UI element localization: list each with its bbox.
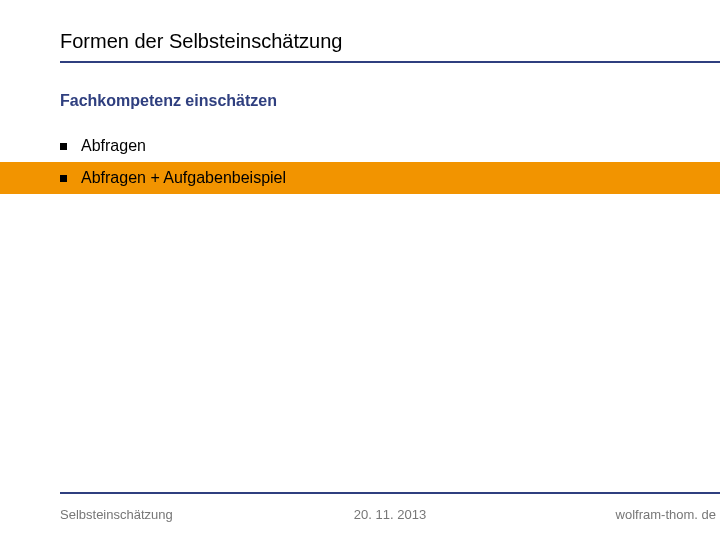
header: Formen der Selbsteinschätzung (60, 30, 720, 63)
list-item: Abfragen (0, 130, 720, 162)
subtitle: Fachkompetenz einschätzen (60, 92, 277, 110)
footer-rule (60, 492, 720, 494)
bullet-list: Abfragen Abfragen + Aufgabenbeispiel (0, 130, 720, 194)
slide-title: Formen der Selbsteinschätzung (60, 30, 720, 59)
footer-date: 20. 11. 2013 (60, 507, 720, 522)
list-item-text: Abfragen + Aufgabenbeispiel (81, 169, 286, 187)
bullet-icon (60, 143, 67, 150)
list-item: Abfragen + Aufgabenbeispiel (0, 162, 720, 194)
title-rule (60, 61, 720, 63)
footer: Selbsteinschätzung 20. 11. 2013 wolfram-… (60, 507, 720, 522)
bullet-icon (60, 175, 67, 182)
list-item-text: Abfragen (81, 137, 146, 155)
slide: Formen der Selbsteinschätzung Fachkompet… (0, 0, 720, 540)
